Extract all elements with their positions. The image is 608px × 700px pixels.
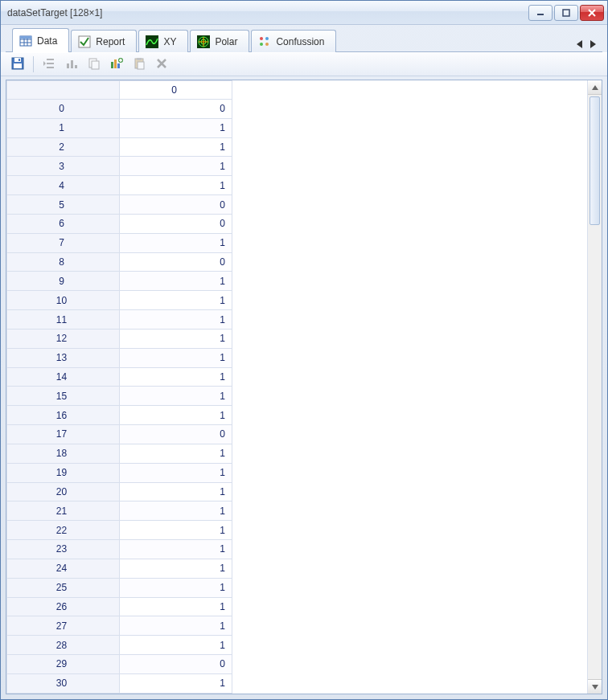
row-header[interactable]: 3	[7, 157, 120, 176]
save-button[interactable]	[9, 55, 27, 73]
row-header[interactable]: 26	[7, 597, 120, 616]
row-header[interactable]: 29	[7, 655, 120, 674]
tab-scroll-left[interactable]	[573, 36, 586, 52]
row-header[interactable]: 6	[7, 214, 120, 233]
svg-rect-31	[67, 63, 69, 68]
minimize-button[interactable]	[528, 5, 553, 21]
row-header[interactable]: 30	[7, 673, 120, 693]
row-header[interactable]: 22	[7, 521, 120, 540]
cell[interactable]: 0	[120, 425, 232, 444]
row-header[interactable]: 19	[7, 463, 120, 482]
row-header[interactable]: 18	[7, 444, 120, 463]
tab-polar[interactable]: Polar	[190, 30, 249, 52]
scroll-thumb[interactable]	[590, 96, 600, 225]
row-header[interactable]: 11	[7, 310, 120, 330]
cell[interactable]: 1	[120, 387, 232, 406]
cell[interactable]: 1	[120, 233, 232, 252]
cell[interactable]: 0	[120, 195, 232, 215]
table-row: 181	[7, 444, 232, 463]
maximize-button[interactable]	[554, 5, 578, 21]
cell[interactable]: 1	[120, 272, 232, 291]
svg-marker-30	[43, 61, 46, 66]
cell[interactable]: 1	[120, 559, 232, 578]
row-header[interactable]: 21	[7, 501, 120, 521]
row-header[interactable]: 10	[7, 291, 120, 310]
row-header[interactable]: 0	[7, 100, 120, 119]
table-row: 231	[7, 540, 232, 559]
svg-marker-47	[592, 85, 598, 90]
row-header[interactable]: 28	[7, 636, 120, 655]
tab-data[interactable]: Data	[12, 28, 69, 52]
table-row: 141	[7, 367, 232, 387]
chart-add-button[interactable]	[108, 55, 125, 73]
toolbar	[1, 52, 607, 76]
cell[interactable]: 1	[120, 157, 232, 176]
svg-marker-21	[577, 40, 582, 48]
svg-rect-1	[563, 10, 569, 16]
row-header[interactable]: 2	[7, 137, 120, 157]
scroll-down-arrow[interactable]	[588, 679, 602, 694]
cell[interactable]: 1	[120, 310, 232, 330]
cell[interactable]: 1	[120, 540, 232, 559]
row-header[interactable]: 8	[7, 252, 120, 272]
row-header[interactable]: 1	[7, 118, 120, 137]
close-button[interactable]	[580, 5, 604, 21]
tab-label: XY	[163, 36, 176, 47]
column-header[interactable]: 0	[120, 81, 232, 100]
cell[interactable]: 1	[120, 176, 232, 195]
cell[interactable]: 1	[120, 673, 232, 693]
row-header[interactable]: 12	[7, 329, 120, 348]
row-header[interactable]: 15	[7, 387, 120, 406]
scroll-up-arrow[interactable]	[588, 80, 602, 95]
table-row: 261	[7, 597, 232, 616]
table-row: 281	[7, 636, 232, 655]
vertical-scrollbar[interactable]	[587, 80, 602, 694]
cell[interactable]: 1	[120, 406, 232, 425]
cell[interactable]: 0	[120, 252, 232, 272]
cell[interactable]: 1	[120, 482, 232, 501]
tab-xy[interactable]: XY	[138, 30, 188, 52]
cell[interactable]: 1	[120, 137, 232, 157]
cell[interactable]: 1	[120, 521, 232, 540]
tab-report[interactable]: Report	[71, 30, 137, 52]
data-grid[interactable]: 0 00112131415060718091101111121131141151…	[6, 80, 232, 694]
cell[interactable]: 1	[120, 348, 232, 367]
row-header[interactable]: 23	[7, 540, 120, 559]
cell[interactable]: 0	[120, 214, 232, 233]
cell[interactable]: 1	[120, 501, 232, 521]
row-header[interactable]: 16	[7, 406, 120, 425]
cell[interactable]: 1	[120, 444, 232, 463]
cell[interactable]: 0	[120, 655, 232, 674]
cell[interactable]: 1	[120, 597, 232, 616]
cell[interactable]: 1	[120, 616, 232, 636]
cell[interactable]: 1	[120, 118, 232, 137]
row-header[interactable]: 20	[7, 482, 120, 501]
cell[interactable]: 1	[120, 291, 232, 310]
row-header[interactable]: 13	[7, 348, 120, 367]
cell[interactable]: 1	[120, 636, 232, 655]
polar-icon	[197, 35, 210, 48]
xy-icon	[146, 35, 158, 48]
row-header[interactable]: 7	[7, 233, 120, 252]
cell[interactable]: 1	[120, 463, 232, 482]
row-header[interactable]: 17	[7, 425, 120, 444]
tab-confussion[interactable]: Confussion	[251, 30, 336, 52]
cell[interactable]: 1	[120, 578, 232, 597]
svg-point-17	[260, 37, 263, 40]
tab-scroll-right[interactable]	[586, 36, 599, 52]
cell[interactable]: 1	[120, 329, 232, 348]
cell[interactable]: 1	[120, 367, 232, 387]
row-header[interactable]: 27	[7, 616, 120, 636]
grid-corner[interactable]	[7, 81, 120, 100]
titlebar[interactable]: dataSetTarget [128×1]	[1, 1, 607, 25]
row-header[interactable]: 5	[7, 195, 120, 215]
cell[interactable]: 0	[120, 100, 232, 119]
row-header[interactable]: 4	[7, 176, 120, 195]
row-header[interactable]: 9	[7, 272, 120, 291]
row-header[interactable]: 25	[7, 578, 120, 597]
svg-rect-25	[18, 59, 20, 61]
row-header[interactable]: 24	[7, 559, 120, 578]
tab-nav	[573, 36, 602, 52]
tab-label: Polar	[215, 36, 237, 47]
row-header[interactable]: 14	[7, 367, 120, 387]
